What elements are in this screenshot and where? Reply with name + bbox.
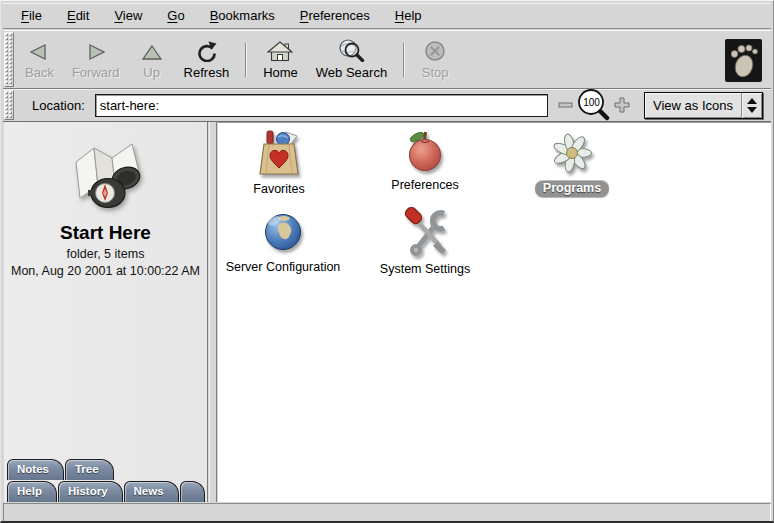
sidebar-tabs: Notes Tree Help History News (4, 458, 207, 502)
up-button[interactable]: Up (129, 34, 175, 86)
icon-programs[interactable]: Programs (497, 133, 647, 197)
sidebar-tab-row-1: Notes Tree (4, 458, 207, 480)
flower-icon (548, 133, 596, 175)
forward-label: Forward (72, 65, 120, 80)
back-icon (26, 42, 52, 62)
icon-preferences[interactable]: Preferences (350, 129, 500, 192)
home-icon (267, 41, 293, 62)
sidebar-info-date: Mon, Aug 20 2001 at 10:00:22 AM (4, 264, 207, 278)
sidebar-tab-news[interactable]: News (124, 481, 179, 502)
menu-bookmarks[interactable]: Bookmarks (204, 4, 281, 27)
statusbar (3, 503, 771, 522)
view-mode-dropdown[interactable]: View as Icons (644, 92, 763, 119)
location-label: Location: (32, 98, 85, 113)
back-button[interactable]: Back (16, 34, 63, 86)
menu-view[interactable]: View (108, 4, 148, 27)
gnome-foot-logo-icon (725, 39, 762, 82)
view-mode-label: View as Icons (645, 93, 741, 118)
zoom-indicator[interactable]: 100 (576, 89, 612, 121)
home-label: Home (263, 65, 298, 80)
menu-edit[interactable]: Edit (61, 4, 95, 27)
dropdown-arrows-icon (741, 93, 762, 118)
stop-button[interactable]: Stop (412, 34, 458, 86)
refresh-button[interactable]: Refresh (175, 34, 239, 86)
icon-server-configuration[interactable]: Server Configuration (208, 209, 358, 274)
zoom-level: 100 (579, 97, 604, 108)
sidebar-tab-help[interactable]: Help (7, 481, 57, 502)
forward-button[interactable]: Forward (63, 34, 129, 86)
back-label: Back (25, 65, 54, 80)
toolbar-separator (403, 43, 405, 77)
toolbar-grip-handle[interactable] (4, 32, 14, 87)
icon-label-favorites[interactable]: Favorites (253, 182, 304, 196)
icon-label-system-settings[interactable]: System Settings (380, 262, 470, 276)
sidebar-tab-history[interactable]: History (58, 481, 123, 502)
location-bar-grip-handle[interactable] (4, 90, 14, 120)
menubar: File Edit View Go Bookmarks Preferences … (3, 3, 771, 29)
sidebar-title: Start Here (4, 222, 207, 244)
toolbar-separator (245, 43, 247, 77)
icon-label-preferences[interactable]: Preferences (391, 178, 458, 192)
map-compass-icon (50, 134, 162, 220)
menu-go[interactable]: Go (161, 4, 190, 27)
sidebar-info-items: folder, 5 items (4, 247, 207, 261)
toolbar: Back Forward Up Refresh (3, 30, 771, 89)
up-icon (141, 42, 163, 62)
up-label: Up (143, 65, 160, 80)
nautilus-window: File Edit View Go Bookmarks Preferences … (0, 0, 774, 523)
icon-view: Favorites Preferences (218, 122, 771, 502)
icon-label-server-configuration[interactable]: Server Configuration (226, 260, 341, 274)
icon-system-settings[interactable]: System Settings (350, 207, 500, 276)
sidebar-tab-tree[interactable]: Tree (65, 459, 114, 480)
home-button[interactable]: Home (254, 34, 307, 86)
plus-icon[interactable] (614, 97, 630, 113)
sidebar-tab-notes[interactable]: Notes (7, 459, 64, 480)
sidebar: Start Here folder, 5 items Mon, Aug 20 2… (4, 122, 208, 502)
sidebar-tab-filler (180, 481, 205, 502)
menu-help[interactable]: Help (389, 4, 428, 27)
stop-label: Stop (422, 65, 449, 80)
shopping-bag-heart-icon (256, 129, 302, 177)
menu-preferences[interactable]: Preferences (294, 4, 376, 27)
forward-icon (83, 42, 109, 62)
zoom-controls: 100 (558, 89, 630, 121)
web-search-icon (337, 38, 365, 62)
sidebar-tab-row-2: Help History News (4, 480, 207, 502)
location-bar: Location: 100 View as Icons (3, 89, 771, 122)
stop-icon (424, 40, 446, 62)
globe-icon (260, 209, 306, 255)
menu-file[interactable]: File (15, 4, 48, 27)
location-input[interactable] (95, 94, 548, 117)
refresh-label: Refresh (184, 65, 230, 80)
content-area: Start Here folder, 5 items Mon, Aug 20 2… (3, 122, 771, 502)
icon-favorites[interactable]: Favorites (204, 129, 354, 196)
minus-icon[interactable] (558, 100, 574, 110)
apple-icon (402, 129, 448, 173)
web-search-label: Web Search (316, 65, 387, 80)
icon-label-programs[interactable]: Programs (535, 180, 609, 197)
refresh-icon (194, 41, 218, 62)
tools-icon (400, 207, 450, 257)
web-search-button[interactable]: Web Search (307, 34, 396, 86)
